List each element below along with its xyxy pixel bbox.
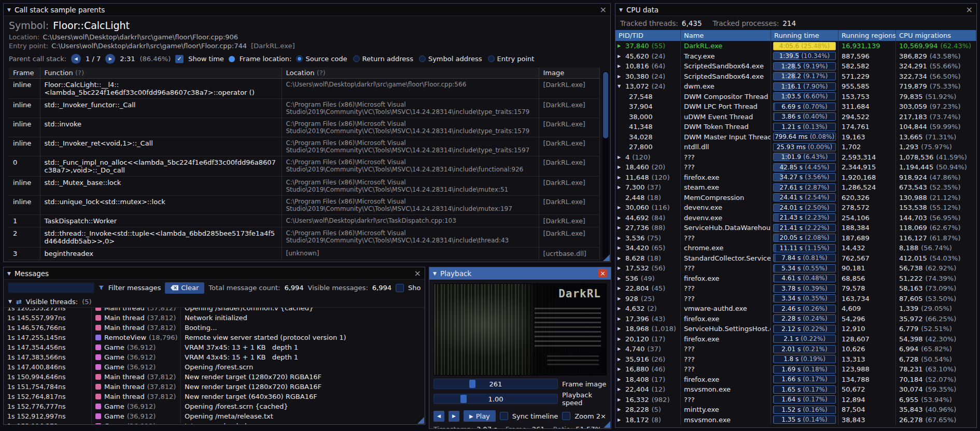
chevron-right-icon[interactable]: ▶ (618, 418, 625, 422)
callstack-row[interactable]: 2std::thread::_Invoke<std::tuple<<lambda… (9, 227, 600, 248)
callstack-row[interactable]: inlinestd::_Mutex_base::lockC:\Program F… (9, 177, 600, 196)
message-row[interactable]: 1s 146,576,766nsMain thread(37,812)Booti… (4, 323, 425, 333)
zoom-2x-checkbox[interactable] (562, 412, 570, 420)
message-row[interactable]: 1s 147,255,145nsRemoteView(18,796)Remote… (4, 333, 425, 342)
cpu-row[interactable]: ▶34,420(65)chrome.exe11.11 s(1.15%)14,43… (615, 243, 976, 253)
collapse-arrow-icon[interactable]: ▼ (433, 271, 437, 276)
message-row[interactable]: 1s 153,116,372nsGame(36,912)Intro menu l… (4, 421, 425, 425)
play-button[interactable]: ▶Play (464, 410, 496, 422)
cpu-row[interactable]: ▶28,228(5)mintty.exe1.52 s(0.16%)87,5043… (615, 405, 976, 415)
message-row[interactable]: 1s 147,400,846nsGame(36,912)Opening /for… (4, 362, 425, 372)
cpu-row[interactable]: ▶7,300(37)steam.exe27.61 s(2.87%)1,286,5… (615, 182, 976, 193)
message-row[interactable]: 1s 147,354,456nsGame(36,912)VRAM 37x45: … (4, 342, 425, 352)
cpu-row[interactable]: ▶17,396(43)firefox.exe2.28 s(0.24%)54,29… (615, 314, 976, 324)
chevron-right-icon[interactable]: ▶ (618, 266, 625, 270)
column-header-image[interactable]: Image (539, 67, 600, 79)
messages-titlebar[interactable]: ▼ Messages × (4, 267, 425, 280)
frame-location-radio[interactable]: Return address (353, 55, 413, 63)
column-header-location[interactable]: Location (?) (282, 67, 539, 79)
chevron-right-icon[interactable]: ▶ (618, 407, 625, 412)
callstack-row[interactable]: inlinestd::unique_lock<std::mutex>::lock… (9, 196, 600, 215)
sync-timeline-checkbox[interactable] (500, 412, 508, 420)
chevron-right-icon[interactable]: ▶ (618, 64, 625, 68)
chevron-right-icon[interactable]: ▶ (618, 185, 625, 190)
cpu-row[interactable]: ▶22,404(12)msvsmon.exe1.65 s(0.17%)50,67… (615, 384, 976, 395)
chevron-right-icon[interactable]: ▶ (618, 397, 625, 402)
cpu-row[interactable]: ▶17,532(56)???5.34 s(0.55%)90,18156,738(… (615, 263, 976, 274)
close-icon[interactable]: × (598, 269, 607, 278)
chevron-right-icon[interactable]: ▶ (618, 337, 625, 341)
chevron-right-icon[interactable]: ▶ (618, 165, 625, 169)
playback-speed-slider[interactable]: 1.00 (433, 394, 558, 404)
column-header-pid[interactable]: PID/TID (615, 30, 681, 41)
chevron-right-icon[interactable]: ▶ (618, 155, 625, 160)
chevron-right-icon[interactable]: ▶ (618, 347, 625, 351)
chevron-right-icon[interactable]: ▶ (618, 357, 625, 362)
cpu-row[interactable]: ▶16,880(46)???1.69 s(0.18%)123,98878,231… (615, 364, 976, 375)
message-row[interactable]: 1s 145,557,997nsMain thread(37,812)Netwo… (4, 313, 425, 323)
message-row[interactable]: 1s 150,994,646nsMain thread(37,812)New r… (4, 372, 425, 382)
callstack-row[interactable]: 1TaskDispatch::WorkerC:\Users\wolf\Deskt… (9, 215, 600, 227)
cpu-row[interactable]: 38,000uDWM Event Thread3.86 s(0.40%)294,… (615, 112, 976, 122)
clear-button[interactable]: Clear (165, 282, 204, 294)
cpu-row[interactable]: ▶18,172(8)msvsmon.exe1.35 s(0.14%)38,843… (615, 415, 976, 425)
chevron-right-icon[interactable]: ▶ (618, 377, 625, 382)
chevron-right-icon[interactable]: ▶ (618, 306, 625, 311)
cpu-row[interactable]: 2,448(18)MemCompression24.41 s(2.54%)620… (615, 193, 976, 203)
prev-parent-button[interactable]: ◀ (71, 54, 81, 64)
frame-location-radio[interactable]: Source code (296, 55, 347, 63)
cpu-row[interactable]: ▶30,380(24)ScriptedSandbox64.exe1:28.2(9… (615, 71, 976, 82)
column-header-frame[interactable]: Frame (9, 67, 40, 79)
chevron-right-icon[interactable]: ▶ (618, 367, 625, 371)
chevron-right-icon[interactable]: ▶ (618, 216, 625, 220)
message-row[interactable]: 1s 152,764,817nsMain thread(37,812)New r… (4, 392, 425, 401)
cpu-row[interactable]: ▶18,408(17)firefox.exe1.66 s(0.17%)134,7… (615, 375, 976, 385)
column-header-cpu-migrations[interactable]: CPU migrations (896, 30, 976, 41)
chevron-right-icon[interactable]: ▶ (618, 317, 625, 321)
scrollbar-thumb[interactable] (603, 72, 608, 138)
collapse-arrow-icon[interactable]: ▼ (7, 7, 11, 12)
cpu-row[interactable]: ▶4,740(37)???2.01 s(0.21%)10,6266,994(65… (615, 344, 976, 354)
chevron-right-icon[interactable]: ▶ (618, 296, 625, 301)
chevron-right-icon[interactable]: ▶ (618, 74, 625, 79)
tree-expand-icon[interactable]: ▼ (8, 299, 12, 304)
cpu-row[interactable]: ▶10,816(64)ScriptedSandbox64.exe1:28.5(9… (615, 61, 976, 71)
resize-grip[interactable] (604, 421, 610, 428)
cpu-row[interactable]: ▶4(120)???1:01.9(6.43%)2,593,3141,078,53… (615, 152, 976, 163)
cpu-row[interactable]: ▶22,804(45)???3.78 s(0.39%)79,57858,163(… (615, 283, 976, 294)
callstack-row[interactable]: inlinestd::_Invoker_ret<void,1>::_CallC:… (9, 137, 600, 156)
step-back-button[interactable]: ◀ (433, 411, 444, 422)
callstack-row[interactable]: inlinestd::_Invoker_functor::_CallC:\Pro… (9, 99, 600, 118)
cpu-row[interactable]: ▶16,332(982)???1.64 s(0.17%)12,8946,955(… (615, 395, 976, 405)
message-row[interactable]: 1s 152,912,997nsGame(36,912)Opening /met… (4, 411, 425, 421)
column-header-name[interactable]: Name (681, 30, 771, 41)
chevron-down-icon[interactable]: ▼ (618, 84, 625, 89)
cpu-row[interactable]: 41,348DWM Token Thread1.21 s(0.13%)174,7… (615, 122, 976, 132)
cpu-row[interactable]: ▶20,120(17)firefox.exe2.1 s(0.22%)128,60… (615, 334, 976, 344)
chevron-right-icon[interactable]: ▶ (618, 276, 625, 281)
resize-grip[interactable] (603, 254, 610, 261)
next-parent-button[interactable]: ▶ (105, 54, 115, 64)
message-row[interactable]: 1s 120,335,272nsMain thread(37,812)Openi… (4, 307, 425, 313)
cpu-row[interactable]: ▶37,840(55)DarkRL.exe4:05.6(25.48%)16,93… (615, 41, 976, 51)
cpu-row[interactable]: ▼13,072(24)dwm.exe1:16.1(7.90%)955,58571… (615, 81, 976, 92)
callstack-row[interactable]: inlineFloor::CalcLight::__l4::<lambda_5b… (9, 79, 600, 99)
close-icon[interactable]: × (966, 6, 973, 14)
cpu-row[interactable]: ▶18,968(1,018)ServiceHub.SettingsHost.ex… (615, 324, 976, 334)
callstack-row[interactable]: 3beginthreadex[unknown][ucrtbase.dll] (9, 248, 600, 260)
resize-grip[interactable] (417, 417, 424, 424)
message-row[interactable]: 1s 151,754,784nsMain thread(37,812)New r… (4, 382, 425, 392)
frame-location-radio[interactable]: Entry point (488, 55, 535, 63)
playback-titlebar[interactable]: ▼ Playback × (429, 267, 611, 280)
close-icon[interactable]: × (600, 6, 607, 14)
cpu-row[interactable]: 37,904DWM LPC Port Thread6.69 s(0.70%)31… (615, 102, 976, 112)
cpu-row[interactable]: ▶4,632(2)vmware-authd.exe2.46 s(0.26%)4,… (615, 304, 976, 314)
step-forward-button[interactable]: ▶ (449, 411, 459, 422)
chevron-right-icon[interactable]: ▶ (618, 236, 625, 240)
column-header-running-regions[interactable]: Running regions (838, 30, 896, 41)
chevron-right-icon[interactable]: ▶ (618, 387, 625, 392)
cpu-row[interactable]: ▶8,628(18)StandardCollector.Service.e7.8… (615, 253, 976, 264)
collapse-arrow-icon[interactable]: ▼ (7, 271, 11, 276)
callstack-row[interactable]: 0std::_Func_impl_no_alloc<<lambda_5bc224… (9, 156, 600, 177)
frame-image-slider[interactable]: 261 (433, 379, 558, 389)
